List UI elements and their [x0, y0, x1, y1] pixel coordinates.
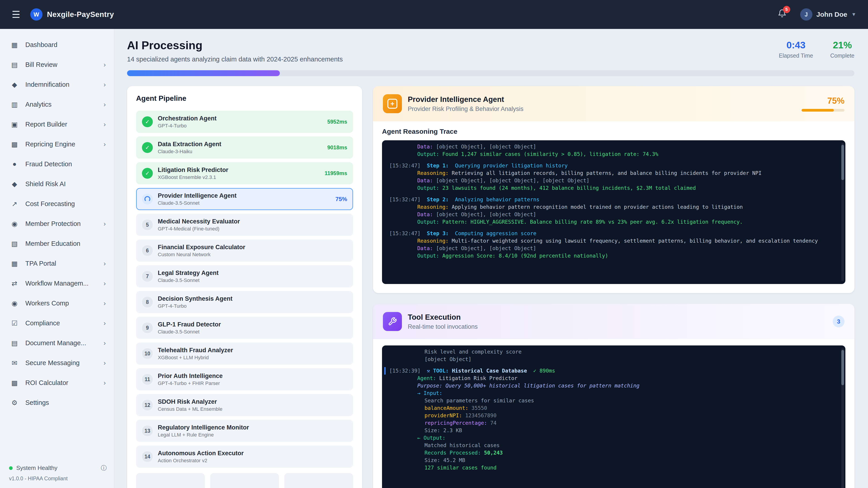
sidebar-item-label: Workflow Managem... [25, 280, 103, 287]
sidebar: ▦Dashboard▤Bill Review›◆Indemnification›… [0, 29, 114, 488]
console-scrollbar-thumb[interactable] [841, 350, 844, 385]
sidebar-item-label: Report Builder [25, 121, 103, 128]
sidebar-item-cost-forecasting[interactable]: ↗Cost Forecasting [0, 194, 114, 214]
console-line: [15:32:39] ⚒ TOOL: Historical Case Datab… [384, 367, 838, 375]
sidebar-item-label: Analytics [25, 101, 103, 108]
console-line: repricingPercentage: 74 [389, 419, 838, 427]
sidebar-item-report-builder[interactable]: ▣Report Builder› [0, 114, 114, 134]
agent-row-telehealth-fraud-analyzer[interactable]: 10Telehealth Fraud AnalyzerXGBoost + LLM… [136, 343, 353, 365]
agent-model: Custom Neural Network [158, 252, 347, 258]
check-icon: ✓ [142, 116, 153, 127]
tool-panel-title: Tool Execution [408, 313, 827, 322]
console-scrollbar[interactable] [841, 348, 844, 488]
compliance-icon: ☑ [10, 319, 19, 327]
agent-row-litigation-risk-predictor[interactable]: ✓Litigation Risk PredictorXGBoost Ensemb… [136, 162, 353, 184]
agent-panel-subtitle: Provider Risk Profiling & Behavior Analy… [408, 105, 796, 112]
sidebar-item-label: TPA Portal [25, 260, 103, 267]
agent-model: Legal LLM + Rule Engine [158, 432, 347, 438]
sidebar-item-document-manage[interactable]: ▤Document Manage...› [0, 333, 114, 353]
report-builder-icon: ▣ [10, 121, 19, 128]
agent-name: Orchestration Agent [158, 115, 327, 122]
page-subtitle: 14 specialized agents analyzing claim da… [127, 56, 343, 63]
console-line: ← Output: [389, 434, 838, 442]
sidebar-item-bill-review[interactable]: ▤Bill Review› [0, 55, 114, 74]
sidebar-item-shield-risk-ai[interactable]: ◆Shield Risk AI [0, 174, 114, 194]
sidebar-item-secure-messaging[interactable]: ✉Secure Messaging› [0, 353, 114, 373]
agent-row-provider-intelligence-agent[interactable]: Provider Intelligence AgentClaude-3.5-So… [136, 188, 353, 210]
console-line: [15:32:47] Step 2: Analyzing behavior pa… [389, 196, 838, 203]
sidebar-item-member-protection[interactable]: ◉Member Protection› [0, 214, 114, 234]
sidebar-item-label: Cost Forecasting [25, 200, 106, 207]
agent-row-financial-exposure-calculator[interactable]: 6Financial Exposure CalculatorCustom Neu… [136, 239, 353, 262]
workers-icon: ◉ [10, 299, 19, 307]
agent-row-medical-necessity-evaluator[interactable]: 5Medical Necessity EvaluatorGPT-4-Medica… [136, 214, 353, 236]
agent-row-sdoh-risk-analyzer[interactable]: 12SDOH Risk AnalyzerCensus Data + ML Ens… [136, 394, 353, 416]
page-title: AI Processing [127, 39, 343, 52]
sidebar-item-member-education[interactable]: ▧Member Education [0, 234, 114, 254]
step-number: 8 [142, 297, 153, 307]
step-number: 11 [142, 374, 153, 385]
console-scrollbar-thumb[interactable] [841, 145, 844, 180]
sidebar-item-analytics[interactable]: ▥Analytics› [0, 94, 114, 114]
fraud-detection-icon: ● [10, 160, 19, 168]
step-number: 5 [142, 219, 153, 230]
agent-row-autonomous-action-executor[interactable]: 14Autonomous Action ExecutorAction Orche… [136, 446, 353, 468]
sidebar-nav: ▦Dashboard▤Bill Review›◆Indemnification›… [0, 29, 114, 413]
agent-row-regulatory-intelligence-monitor[interactable]: 13Regulatory Intelligence MonitorLegal L… [136, 420, 353, 442]
sidebar-item-label: Workers Comp [25, 300, 103, 307]
agent-model: GPT-4-Medical (Fine-tuned) [158, 226, 347, 232]
notifications-button[interactable]: 5 [778, 9, 786, 20]
summary-box [136, 473, 205, 488]
calculator-icon: ▩ [10, 379, 19, 387]
analytics-icon: ▥ [10, 101, 19, 108]
brand-name: Nexgile-PaySentry [47, 10, 114, 19]
agent-row-legal-strategy-agent[interactable]: 7Legal Strategy AgentClaude-3.5-Sonnet [136, 265, 353, 287]
user-menu[interactable]: J John Doe ▼ [800, 8, 856, 21]
sidebar-item-indemnification[interactable]: ◆Indemnification› [0, 74, 114, 94]
agent-row-prior-auth-intelligence[interactable]: 11Prior Auth IntelligenceGPT-4-Turbo + F… [136, 368, 353, 390]
agent-name: Regulatory Intelligence Monitor [158, 424, 347, 431]
elapsed-time-value: 0:43 [779, 40, 813, 51]
sidebar-footer: System Healthy ⓘ v1.0.0 - HIPAA Complian… [9, 464, 107, 482]
console-line: Risk level and complexity score [389, 348, 838, 356]
sidebar-item-fraud-detection[interactable]: ●Fraud Detection [0, 154, 114, 174]
reasoning-trace-console[interactable]: Data: [object Object], [object Object]Ou… [382, 140, 845, 284]
chevron-right-icon: › [103, 220, 106, 228]
chevron-down-icon: ▼ [851, 11, 856, 18]
building-icon: ▦ [10, 260, 19, 267]
step-number: 13 [142, 425, 153, 436]
tool-panel-subtitle: Real-time tool invocations [408, 323, 827, 330]
tool-execution-panel: Tool Execution Real-time tool invocation… [373, 304, 855, 488]
agent-name: Decision Synthesis Agent [158, 295, 347, 302]
version-label: v1.0.0 - HIPAA Compliant [9, 476, 107, 482]
agent-row-decision-synthesis-agent[interactable]: 8Decision Synthesis AgentGPT-4-Turbo [136, 291, 353, 313]
console-line: Agent: Litigation Risk Predictor [389, 375, 838, 382]
sidebar-item-workflow-managem[interactable]: ⇄Workflow Managem...› [0, 273, 114, 293]
shield-risk-icon: ◆ [10, 180, 19, 188]
info-icon[interactable]: ⓘ [101, 464, 107, 472]
sidebar-item-compliance[interactable]: ☑Compliance› [0, 313, 114, 333]
sidebar-item-repricing-engine[interactable]: ▩Repricing Engine› [0, 134, 114, 154]
console-line: [15:32:47] Step 3: Computing aggression … [389, 230, 838, 237]
console-line: providerNPI: 1234567890 [389, 412, 838, 419]
complete-stat: 21% Complete [830, 40, 855, 59]
step-number: 7 [142, 271, 153, 282]
sidebar-item-dashboard[interactable]: ▦Dashboard [0, 35, 114, 55]
tool-log-console[interactable]: Risk level and complexity score[object O… [382, 346, 845, 488]
agent-row-glp-1-fraud-detector[interactable]: 9GLP-1 Fraud DetectorClaude-3.5-Sonnet [136, 317, 353, 339]
console-scrollbar[interactable] [841, 143, 844, 281]
agent-row-orchestration-agent[interactable]: ✓Orchestration AgentGPT-4-Turbo5952ms [136, 111, 353, 133]
sidebar-item-tpa-portal[interactable]: ▦TPA Portal› [0, 254, 114, 273]
agent-duration: 9018ms [327, 144, 347, 151]
sidebar-item-settings[interactable]: ⚙Settings [0, 393, 114, 413]
sidebar-item-workers-comp[interactable]: ◉Workers Comp› [0, 293, 114, 313]
hamburger-menu-icon[interactable]: ☰ [12, 9, 20, 20]
reasoning-trace-lines: Data: [object Object], [object Object]Ou… [389, 143, 838, 260]
agent-row-data-extraction-agent[interactable]: ✓Data Extraction AgentClaude-3-Haiku9018… [136, 136, 353, 159]
summary-box [284, 473, 353, 488]
agent-name: SDOH Risk Analyzer [158, 398, 347, 405]
status-dot [9, 466, 13, 470]
console-line: → Input: [389, 390, 838, 397]
sidebar-item-roi-calculator[interactable]: ▩ROI Calculator› [0, 373, 114, 393]
elapsed-time-stat: 0:43 Elapsed Time [779, 40, 813, 59]
